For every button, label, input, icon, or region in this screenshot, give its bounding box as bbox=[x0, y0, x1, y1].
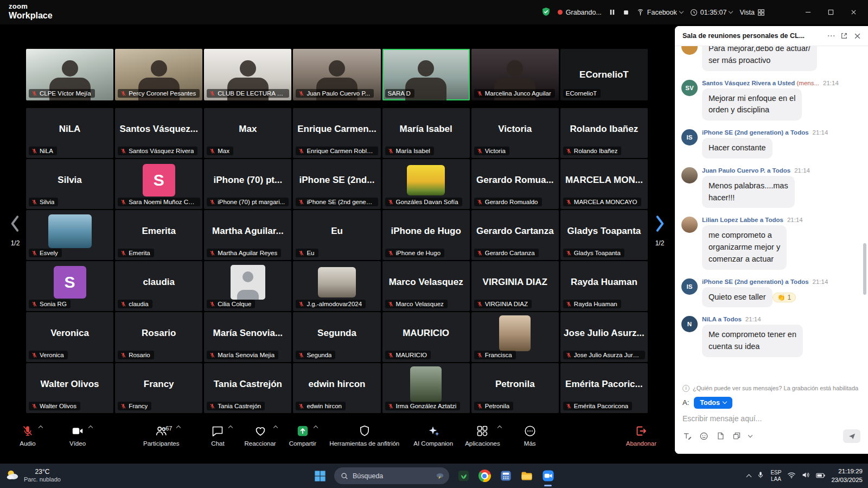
participant-tile[interactable]: Enrique Carmen...Enrique Carmen Roble... bbox=[293, 108, 380, 158]
participant-tile[interactable]: Emérita Pacoric...Emérita Pacoricona bbox=[560, 363, 648, 413]
video-tile[interactable]: Juan Paulo Cuervo P... bbox=[293, 49, 380, 100]
taskbar-clock[interactable]: 21:19:29 23/03/2025 bbox=[831, 467, 863, 484]
text-format-button[interactable] bbox=[682, 432, 692, 441]
message-bubble[interactable]: Quieto ese taller bbox=[702, 287, 773, 308]
participant-tile[interactable]: MaxMax bbox=[204, 108, 291, 158]
screenshot-button[interactable] bbox=[732, 432, 741, 440]
participant-tile[interactable]: Gerardo CartanzaGerardo Cartanza bbox=[471, 210, 559, 260]
apps-button[interactable]: Aplicaciones bbox=[465, 424, 500, 447]
ai-companion-button[interactable]: AI Companion bbox=[413, 424, 453, 447]
chat-close-button[interactable] bbox=[851, 29, 864, 42]
video-tile[interactable]: CLUB DE LECTURA PA... bbox=[204, 49, 291, 100]
start-button[interactable] bbox=[313, 469, 327, 483]
chevron-up-icon[interactable] bbox=[39, 425, 43, 429]
participant-tile[interactable]: Gladys ToapantaGladys Toapanta bbox=[560, 210, 648, 260]
participant-tile[interactable]: SSara Noemi Muñoz Ca... bbox=[115, 159, 202, 209]
next-page-button[interactable] bbox=[653, 214, 667, 235]
video-tile[interactable]: SARA D bbox=[382, 49, 470, 100]
message-bubble[interactable]: Mejorar mi enfoque en elorden y discipli… bbox=[702, 88, 802, 121]
message-bubble[interactable]: Para mejorar,debo de actuar/ser más proa… bbox=[702, 46, 817, 71]
search-box[interactable]: Búsqueda bbox=[334, 467, 449, 484]
live-stream-button[interactable]: Facebook bbox=[636, 8, 683, 16]
participant-tile[interactable]: Gerardo Romua...Gerardo Romualdo bbox=[471, 159, 559, 209]
wifi-icon[interactable] bbox=[787, 471, 796, 481]
tray-expand-icon[interactable] bbox=[746, 474, 752, 479]
video-tile[interactable]: Percy Coronel Pesantes bbox=[115, 49, 202, 100]
participant-tile[interactable]: Tania CastrejónTania Castrejón bbox=[204, 363, 291, 413]
participant-tile[interactable]: Cilia Colque bbox=[204, 261, 291, 311]
message-sender[interactable]: Juan Paulo Cuervo P. a Todos bbox=[702, 167, 790, 174]
participant-tile[interactable]: Santos Vásquez...Santos Vásquez Rivera bbox=[115, 108, 202, 158]
participant-tile[interactable]: Jose Julio Asurz...Jose Julio Asurza Jur… bbox=[560, 312, 648, 362]
share-button[interactable]: Compartir bbox=[289, 424, 316, 447]
message-sender[interactable]: Santos Vásquez Rivera a Usted bbox=[702, 80, 795, 86]
tray-mic-icon[interactable] bbox=[757, 471, 764, 481]
participant-tile[interactable]: NiLANiLA bbox=[26, 108, 113, 158]
battery-icon[interactable] bbox=[816, 471, 825, 481]
participant-tile[interactable]: J.g.-almodovar2024 bbox=[293, 261, 380, 311]
calculator-icon[interactable] bbox=[499, 469, 513, 483]
video-tile[interactable]: ECornelioTECornelioT bbox=[560, 49, 648, 100]
participant-tile[interactable]: iPhone (70) pt...iPhone (70) pt margari.… bbox=[204, 159, 291, 209]
participant-tile[interactable]: MAURICIOMAURICIO bbox=[382, 312, 470, 362]
file-explorer-icon[interactable] bbox=[520, 469, 534, 483]
info-icon[interactable]: i bbox=[682, 385, 690, 392]
message-reaction[interactable]: 👏1 bbox=[773, 293, 796, 302]
host-tools-button[interactable]: Herramientas de anfitrión bbox=[329, 424, 399, 447]
participant-tile[interactable]: VeronicaVeronica bbox=[26, 312, 113, 362]
participant-tile[interactable]: Gonzáles Davan Sofía bbox=[382, 159, 470, 209]
chat-input[interactable] bbox=[682, 413, 860, 429]
participant-tile[interactable]: MARCELA MON...MARCELA MONCAYO bbox=[560, 159, 648, 209]
chevron-up-icon[interactable] bbox=[228, 425, 233, 429]
participant-tile[interactable]: edwin hirconedwin hircon bbox=[293, 363, 380, 413]
maximize-button[interactable] bbox=[819, 0, 842, 24]
view-button[interactable]: Vista bbox=[739, 9, 765, 16]
participant-tile[interactable]: VictoriaVictoria bbox=[471, 108, 559, 158]
participant-tile[interactable]: iPhone de HugoiPhone de Hugo bbox=[382, 210, 470, 260]
participant-tile[interactable]: SegundaSegunda bbox=[293, 312, 380, 362]
audio-button[interactable]: Audio bbox=[14, 424, 41, 447]
chat-button[interactable]: Chat bbox=[204, 424, 231, 447]
participant-tile[interactable]: iPhone SE (2nd...iPhone SE (2nd genera..… bbox=[293, 159, 380, 209]
chat-scrollbar[interactable] bbox=[863, 243, 866, 295]
send-button[interactable] bbox=[843, 429, 860, 443]
participant-tile[interactable]: SilviaSilvia bbox=[26, 159, 113, 209]
participant-tile[interactable]: FrancyFrancy bbox=[115, 363, 202, 413]
emoji-button[interactable] bbox=[699, 432, 709, 441]
participant-tile[interactable]: Irma González Aztatzi bbox=[382, 363, 470, 413]
participant-tile[interactable]: María IsabelMaría Isabel bbox=[382, 108, 470, 158]
leave-button[interactable]: Abandonar bbox=[626, 424, 656, 447]
zoom-app-icon[interactable] bbox=[541, 469, 555, 483]
message-bubble[interactable]: Menos palabras....mashacer!!! bbox=[702, 176, 795, 208]
taskbar-app-plant-icon[interactable] bbox=[456, 469, 470, 483]
more-button[interactable]: Más bbox=[516, 424, 544, 447]
chat-popout-button[interactable] bbox=[838, 29, 851, 42]
chevron-up-icon[interactable] bbox=[314, 425, 318, 429]
participant-tile[interactable]: Martha Aguilar...Martha Aguilar Reyes bbox=[204, 210, 291, 260]
weather-widget[interactable]: 23°C Parc. nublado bbox=[5, 464, 61, 488]
meeting-timer-button[interactable]: 01:35:07 bbox=[690, 9, 733, 16]
participant-tile[interactable]: VIRGINIA DIAZVIRGINIA DIAZ bbox=[471, 261, 559, 311]
pause-recording-button[interactable] bbox=[609, 9, 616, 16]
participant-tile[interactable]: Marco VelasquezMarco Velasquez bbox=[382, 261, 470, 311]
video-tile[interactable]: Marcelina Junco Aguilar bbox=[471, 49, 559, 100]
react-button[interactable]: Reaccionar bbox=[244, 424, 276, 447]
message-sender[interactable]: iPhone SE (2nd generation) a Todos bbox=[702, 278, 809, 285]
volume-icon[interactable] bbox=[802, 471, 810, 481]
participant-tile[interactable]: RosarioRosario bbox=[115, 312, 202, 362]
participant-tile[interactable]: María Senovia...María Senovia Mejia bbox=[204, 312, 291, 362]
participant-tile[interactable]: Rolando IbañezRolando Ibañez bbox=[560, 108, 648, 158]
stop-recording-button[interactable] bbox=[623, 9, 629, 16]
more-compose-options-icon[interactable] bbox=[748, 433, 752, 438]
prev-page-button[interactable] bbox=[8, 214, 22, 235]
participant-tile[interactable]: SSonia RG bbox=[26, 261, 113, 311]
participants-button[interactable]: 67Participantes bbox=[143, 424, 179, 447]
message-bubble[interactable]: Hacer constante bbox=[702, 138, 773, 159]
chevron-up-icon[interactable] bbox=[497, 425, 501, 429]
participant-tile[interactable]: Walter OlivosWalter Olivos bbox=[26, 363, 113, 413]
video-tile[interactable]: CLPE Víctor Mejía bbox=[26, 49, 113, 100]
attach-file-button[interactable] bbox=[716, 432, 725, 440]
chrome-icon[interactable] bbox=[477, 469, 492, 483]
chevron-up-icon[interactable] bbox=[88, 425, 93, 429]
video-button[interactable]: Vídeo bbox=[64, 424, 91, 447]
